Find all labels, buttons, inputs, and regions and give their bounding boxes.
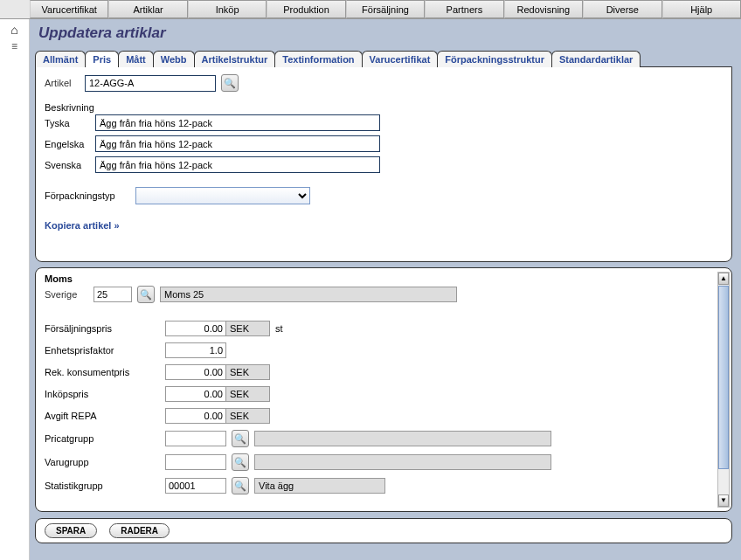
price-panel: Moms Sverige 🔍 Moms 25 Försäljningspris … <box>35 267 732 512</box>
pricatgrupp-search-button[interactable]: 🔍 <box>232 430 249 447</box>
tyska-input[interactable] <box>95 114 380 131</box>
search-icon: 🔍 <box>234 480 246 492</box>
svenska-input[interactable] <box>95 156 380 173</box>
enhetsprisfaktor-input[interactable] <box>165 342 226 358</box>
avgift-repa-label: Avgift REPA <box>45 411 165 421</box>
forpackningstyp-select[interactable] <box>135 187 310 204</box>
forsaljningspris-label: Försäljningspris <box>45 323 165 334</box>
search-icon: 🔍 <box>140 289 152 301</box>
search-icon: 🔍 <box>234 433 246 445</box>
forsaljningspris-unit: st <box>275 323 283 334</box>
avgift-repa-currency: SEK <box>226 408 270 424</box>
menu-partners[interactable]: Partners <box>425 0 503 18</box>
tab-matt[interactable]: Mått <box>118 51 154 67</box>
radera-button[interactable]: RADERA <box>109 523 170 538</box>
statistikgrupp-input[interactable] <box>165 478 226 494</box>
varugrupp-input[interactable] <box>165 454 226 470</box>
inkopspris-currency: SEK <box>226 386 270 402</box>
pricatgrupp-label: Pricatgrupp <box>45 433 165 444</box>
page-title: Uppdatera artiklar <box>35 24 732 42</box>
svenska-label: Svenska <box>45 160 95 170</box>
menu-artiklar[interactable]: Artiklar <box>108 0 187 18</box>
varugrupp-label: Varugrupp <box>45 457 165 467</box>
scroll-up-icon[interactable]: ▲ <box>718 273 729 285</box>
menu-varucertifikat[interactable]: Varucertifikat <box>30 0 108 18</box>
engelska-input[interactable] <box>95 135 380 152</box>
artikel-input[interactable] <box>85 75 216 92</box>
moms-header: Moms <box>45 273 716 284</box>
tab-strip: Allmänt Pris Mått Webb Artikelstruktur T… <box>35 51 732 67</box>
enhetsprisfaktor-label: Enhetsprisfaktor <box>45 345 165 356</box>
panel-scrollbar[interactable]: ▲ ▼ <box>717 272 730 508</box>
tab-textinformation[interactable]: Textinformation <box>274 51 362 67</box>
spara-button[interactable]: SPARA <box>45 523 97 538</box>
search-icon: 🔍 <box>234 457 246 468</box>
menu-bar: Varucertifikat Artiklar Inköp Produktion… <box>0 0 741 19</box>
statistikgrupp-search-button[interactable]: 🔍 <box>232 477 249 494</box>
tab-artikelstruktur[interactable]: Artikelstruktur <box>194 51 276 67</box>
menu-forsaljning[interactable]: Försäljning <box>346 0 425 18</box>
rek-konsumentpris-input[interactable] <box>165 364 226 380</box>
pricatgrupp-display <box>254 431 551 446</box>
menu-redovisning[interactable]: Redovisning <box>504 0 583 18</box>
button-bar: SPARA RADERA <box>35 518 732 543</box>
list-icon[interactable]: ≡ <box>0 40 29 52</box>
menu-produktion[interactable]: Produktion <box>267 0 345 18</box>
rek-konsumentpris-currency: SEK <box>226 364 270 380</box>
statistikgrupp-label: Statistikgrupp <box>45 480 165 491</box>
engelska-label: Engelska <box>45 139 95 149</box>
tyska-label: Tyska <box>45 118 95 128</box>
artikel-label: Artikel <box>45 78 85 88</box>
sverige-code-input[interactable] <box>93 287 132 302</box>
tab-webb[interactable]: Webb <box>153 51 195 67</box>
forsaljningspris-currency: SEK <box>226 321 270 336</box>
article-panel: Artikel 🔍 Beskrivning Tyska Engelska Sve… <box>35 66 732 262</box>
tab-pris[interactable]: Pris <box>85 51 119 67</box>
tab-allmant[interactable]: Allmänt <box>35 51 86 67</box>
forsaljningspris-input[interactable] <box>165 321 226 336</box>
rek-konsumentpris-label: Rek. konsumentpris <box>45 367 165 377</box>
tab-varucertifikat[interactable]: Varucertifikat <box>362 51 439 67</box>
varugrupp-search-button[interactable]: 🔍 <box>232 453 249 471</box>
tab-standardartiklar[interactable]: Standardartiklar <box>551 51 641 67</box>
avgift-repa-input[interactable] <box>165 408 226 424</box>
kopiera-artikel-link[interactable]: Kopiera artikel » <box>45 220 120 231</box>
inkopspris-label: Inköpspris <box>45 389 165 399</box>
content-area: Uppdatera artiklar Allmänt Pris Mått Web… <box>30 19 741 560</box>
scroll-down-icon[interactable]: ▼ <box>718 494 729 507</box>
statistikgrupp-display: Vita ägg <box>254 478 385 494</box>
pricatgrupp-input[interactable] <box>165 431 226 446</box>
menu-diverse[interactable]: Diverse <box>583 0 661 18</box>
sverige-display: Moms 25 <box>160 287 457 302</box>
inkopspris-input[interactable] <box>165 386 226 402</box>
sverige-label: Sverige <box>45 289 93 300</box>
scroll-thumb[interactable] <box>718 286 729 469</box>
artikel-search-button[interactable]: 🔍 <box>221 74 239 92</box>
forpackningstyp-label: Förpackningstyp <box>45 190 135 201</box>
search-icon: 🔍 <box>224 78 236 89</box>
tab-forpackningsstruktur[interactable]: Förpackningsstruktur <box>437 51 552 67</box>
left-sidebar: ⌂ ≡ <box>0 19 30 560</box>
beskrivning-label: Beskrivning <box>45 102 723 113</box>
menu-hjalp[interactable]: Hjälp <box>662 0 741 18</box>
menu-inkop[interactable]: Inköp <box>188 0 267 18</box>
home-icon[interactable]: ⌂ <box>0 23 29 37</box>
sverige-search-button[interactable]: 🔍 <box>137 286 155 303</box>
varugrupp-display <box>254 454 551 470</box>
